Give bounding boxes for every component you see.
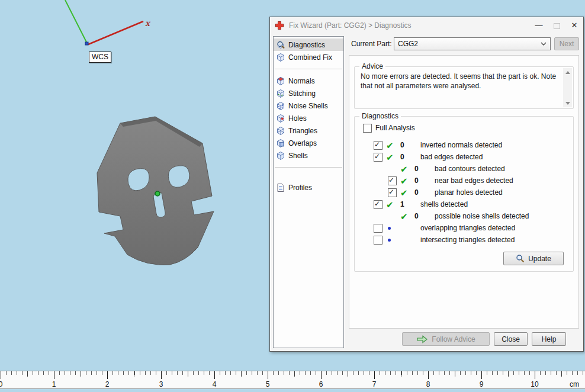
sidebar-item-noise-shells[interactable]: Noise Shells — [274, 99, 343, 112]
advice-scrollbar[interactable] — [563, 68, 572, 107]
row-count: 0 — [400, 153, 409, 161]
close-dialog-button[interactable]: Close — [494, 332, 528, 346]
next-button[interactable]: Next — [554, 37, 579, 50]
fix-wizard-dialog: Fix Wizard (Part: CGG2) > Diagnostics — … — [269, 17, 584, 352]
row-label: inverted normals detected — [420, 141, 502, 149]
row-count: 1 — [400, 200, 409, 208]
check-icon: ✔ — [400, 188, 408, 197]
diagnostics-group: Diagnostics Full Analysis ✔ 0 inverted n… — [354, 116, 574, 272]
diagnostic-row: ✔ 0 possible noise shells detected — [388, 210, 567, 222]
full-analysis-checkbox[interactable] — [363, 124, 372, 133]
update-button[interactable]: Update — [503, 252, 564, 265]
diagnostic-row: ✔ 0 bad contours detected — [388, 163, 567, 175]
ruler-unit: cm — [570, 380, 579, 388]
row-label: intersecting triangles detected — [420, 236, 515, 244]
sidebar-item-overlaps[interactable]: Overlaps — [274, 137, 343, 149]
row-checkbox[interactable] — [374, 200, 382, 209]
ruler: 0 1 2 3 4 5 6 7 8 9 10 cm — [0, 371, 585, 389]
advice-legend: Advice — [359, 62, 385, 70]
row-checkbox[interactable] — [374, 224, 382, 233]
check-icon: ✔ — [386, 200, 394, 209]
check-icon: ✔ — [400, 212, 408, 221]
wcs-label: WCS — [89, 52, 111, 63]
arrow-right-icon — [416, 335, 428, 343]
ruler-number: 4 — [213, 380, 217, 388]
normals-icon — [276, 76, 285, 86]
triangles-icon — [276, 126, 285, 136]
advice-text: No more errors are detected. It seems th… — [361, 72, 559, 91]
diagnostic-row: intersecting triangles detected — [374, 234, 567, 246]
row-count: 0 — [414, 212, 423, 220]
follow-advice-button[interactable]: Follow Advice — [402, 332, 490, 346]
model-point-marker — [155, 191, 160, 196]
ruler-number: 0 — [0, 380, 2, 388]
fix-wizard-icon — [275, 21, 284, 30]
ruler-number: 9 — [480, 380, 484, 388]
dot-icon — [388, 239, 391, 242]
profiles-icon — [276, 183, 285, 192]
ruler-number: 1 — [52, 380, 56, 388]
row-count: 0 — [400, 141, 409, 149]
check-icon: ✔ — [386, 141, 394, 150]
row-checkbox[interactable] — [374, 153, 382, 162]
check-icon: ✔ — [400, 165, 408, 173]
current-part-label: Current Part: — [351, 40, 394, 48]
diagnostics-magnifier-icon — [276, 40, 285, 50]
x-axis-label: x — [145, 18, 151, 28]
ruler-number: 10 — [531, 380, 538, 388]
row-checkbox[interactable] — [374, 236, 382, 245]
follow-advice-label: Follow Advice — [432, 335, 475, 343]
stitching-icon — [276, 89, 285, 98]
sidebar-item-holes[interactable]: Holes — [274, 112, 343, 124]
row-count: 0 — [414, 188, 423, 197]
magnifier-icon — [516, 254, 525, 263]
scroll-up-icon[interactable] — [563, 68, 572, 76]
close-window-button[interactable]: ✕ — [565, 17, 583, 34]
wizard-content-panel: Advice No more errors are detected. It s… — [349, 55, 579, 329]
help-button[interactable]: Help — [532, 332, 566, 346]
sidebar-item-normals[interactable]: Normals — [274, 75, 343, 87]
diagnostic-row: ✔ 1 shells detected — [374, 198, 567, 210]
diagnostic-row: ✔ 0 inverted normals detected — [374, 139, 567, 151]
maximize-icon — [554, 23, 560, 29]
row-label: overlapping triangles detected — [420, 224, 515, 232]
sidebar-item-profiles[interactable]: Profiles — [274, 181, 343, 194]
diagnostic-row: overlapping triangles detected — [374, 222, 567, 234]
row-count: 0 — [414, 176, 423, 185]
sidebar-item-combined-fix[interactable]: Combined Fix — [274, 51, 343, 63]
current-part-value: CGG2 — [398, 40, 418, 48]
sidebar-item-diagnostics[interactable]: Diagnostics — [274, 38, 343, 51]
full-analysis-label: Full Analysis — [375, 124, 415, 132]
update-label: Update — [528, 255, 551, 263]
dialog-titlebar[interactable]: Fix Wizard (Part: CGG2) > Diagnostics — … — [270, 17, 583, 34]
model-helmet[interactable] — [83, 107, 225, 272]
sidebar-item-shells[interactable]: Shells — [274, 149, 343, 162]
ruler-number: 5 — [266, 380, 270, 388]
noise-shells-icon — [276, 101, 285, 111]
row-label: near bad edges detected — [435, 176, 513, 185]
ruler-number: 7 — [372, 380, 377, 388]
row-count: 0 — [414, 165, 423, 173]
diagnostics-legend: Diagnostics — [359, 112, 401, 120]
sidebar-item-stitching[interactable]: Stitching — [274, 87, 343, 99]
sidebar-separator — [275, 69, 342, 69]
row-label: bad contours detected — [435, 165, 505, 173]
dot-icon — [388, 227, 391, 230]
sidebar-separator — [275, 167, 342, 168]
diagnostic-row: ✔ 0 near bad edges detected — [388, 175, 567, 187]
diagnostic-row: ✔ 0 bad edges detected — [374, 151, 567, 163]
row-checkbox[interactable] — [388, 188, 397, 197]
ruler-number: 8 — [426, 380, 430, 388]
row-checkbox[interactable] — [388, 176, 397, 185]
maximize-button[interactable] — [548, 17, 565, 34]
current-part-select[interactable]: CGG2 — [394, 37, 551, 50]
chevron-down-icon — [541, 42, 547, 46]
sidebar: Diagnostics Combined Fix — [273, 36, 344, 348]
dialog-title: Fix Wizard (Part: CGG2) > Diagnostics — [289, 21, 411, 30]
row-checkbox[interactable] — [374, 141, 382, 150]
overlaps-icon — [276, 139, 285, 148]
scroll-down-icon[interactable] — [563, 99, 572, 107]
minimize-button[interactable]: — — [530, 17, 548, 34]
row-label: possible noise shells detected — [435, 212, 529, 220]
sidebar-item-triangles[interactable]: Triangles — [274, 124, 343, 137]
